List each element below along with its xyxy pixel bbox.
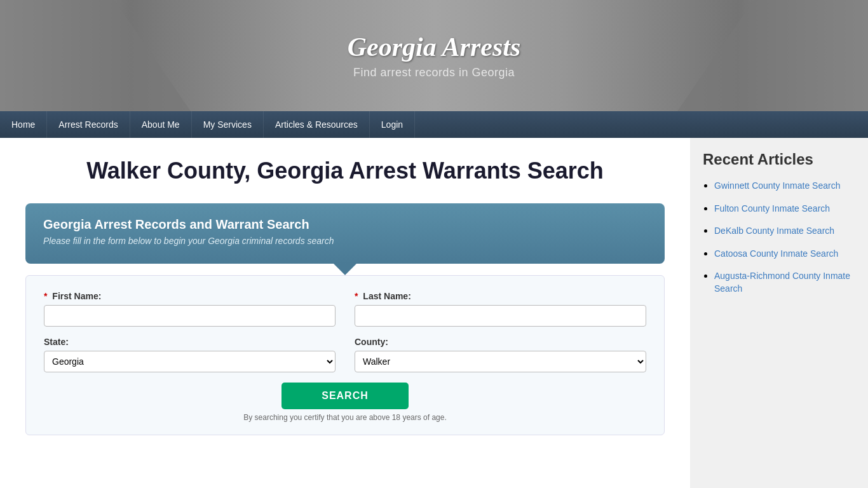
list-item: Catoosa County Inmate Search	[714, 248, 855, 261]
last-name-label: * Last Name:	[355, 291, 646, 301]
county-group: County: Walker	[355, 337, 646, 372]
article-link-catoosa[interactable]: Catoosa County Inmate Search	[714, 248, 838, 259]
form-card-title: Georgia Arrest Records and Warrant Searc…	[43, 217, 647, 232]
form-card: Georgia Arrest Records and Warrant Searc…	[25, 203, 665, 264]
county-label: County:	[355, 337, 646, 347]
header-banner: Georgia Arrests Find arrest records in G…	[0, 0, 868, 111]
hand-right-decoration	[677, 0, 868, 111]
article-link-fulton[interactable]: Fulton County Inmate Search	[714, 203, 830, 214]
sidebar: Recent Articles Gwinnett County Inmate S…	[690, 138, 868, 488]
form-disclaimer: By searching you certify that you are ab…	[44, 413, 646, 422]
search-button[interactable]: SEARCH	[281, 383, 409, 409]
form-card-subtitle: Please fill in the form below to begin y…	[43, 236, 647, 246]
articles-list: Gwinnett County Inmate Search Fulton Cou…	[703, 180, 855, 295]
page-wrap: Walker County, Georgia Arrest Warrants S…	[0, 138, 868, 488]
last-name-input[interactable]	[355, 305, 646, 327]
recent-articles: Gwinnett County Inmate Search Fulton Cou…	[703, 180, 855, 295]
page-title: Walker County, Georgia Arrest Warrants S…	[25, 157, 665, 184]
name-row: * First Name: * Last Name:	[44, 291, 646, 327]
first-name-input[interactable]	[44, 305, 336, 327]
list-item: Augusta-Richmond County Inmate Search	[714, 270, 855, 295]
main-nav: Home Arrest Records About Me My Services…	[0, 111, 868, 138]
first-name-label-text: First Name:	[52, 291, 101, 301]
article-link-augusta[interactable]: Augusta-Richmond County Inmate Search	[714, 271, 850, 294]
sidebar-title: Recent Articles	[703, 151, 855, 168]
card-pointer	[334, 264, 356, 275]
header-title-wrap: Georgia Arrests Find arrest records in G…	[348, 32, 521, 79]
list-item: DeKalb County Inmate Search	[714, 225, 855, 238]
nav-login[interactable]: Login	[370, 111, 415, 138]
article-link-gwinnett[interactable]: Gwinnett County Inmate Search	[714, 180, 840, 191]
last-name-required: *	[355, 291, 358, 301]
first-name-required: *	[44, 291, 47, 301]
nav-articles-resources[interactable]: Articles & Resources	[264, 111, 370, 138]
state-select[interactable]: Georgia	[44, 351, 336, 372]
nav-arrest-records[interactable]: Arrest Records	[47, 111, 130, 138]
main-content: Walker County, Georgia Arrest Warrants S…	[0, 138, 690, 488]
nav-home[interactable]: Home	[0, 111, 47, 138]
first-name-label: * First Name:	[44, 291, 336, 301]
last-name-group: * Last Name:	[355, 291, 646, 327]
state-label: State:	[44, 337, 336, 347]
hand-left-decoration	[0, 0, 191, 111]
site-title: Georgia Arrests	[348, 32, 521, 62]
list-item: Gwinnett County Inmate Search	[714, 180, 855, 193]
list-item: Fulton County Inmate Search	[714, 203, 855, 215]
nav-about-me[interactable]: About Me	[130, 111, 192, 138]
site-subtitle: Find arrest records in Georgia	[348, 66, 521, 79]
state-group: State: Georgia	[44, 337, 336, 372]
first-name-group: * First Name:	[44, 291, 336, 327]
search-form: * First Name: * Last Name: State:	[25, 275, 665, 435]
last-name-label-text: Last Name:	[363, 291, 410, 301]
location-row: State: Georgia County: Walker	[44, 337, 646, 372]
nav-my-services[interactable]: My Services	[192, 111, 264, 138]
article-link-dekalb[interactable]: DeKalb County Inmate Search	[714, 226, 834, 236]
county-select[interactable]: Walker	[355, 351, 646, 372]
